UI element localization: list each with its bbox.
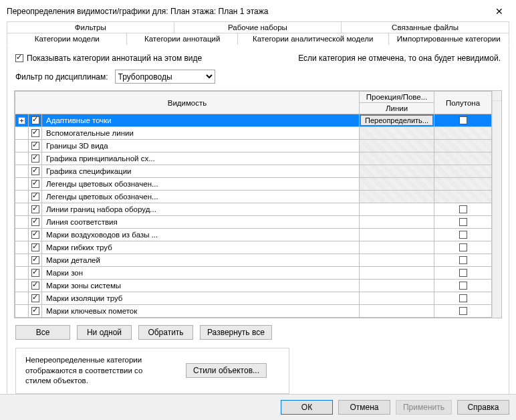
col-visibility[interactable]: Видимость	[15, 92, 360, 114]
select-all-button[interactable]: Все	[15, 325, 70, 340]
projection-cell[interactable]	[360, 305, 434, 318]
tab-analytical-categories[interactable]: Категории аналитической модели	[238, 33, 389, 45]
help-button[interactable]: Справка	[457, 400, 509, 415]
projection-cell[interactable]	[360, 241, 434, 254]
table-row[interactable]: Марки ключевых пометок	[15, 305, 492, 318]
visibility-checkbox[interactable]	[31, 154, 39, 163]
discipline-filter-select[interactable]: Трубопроводы	[115, 70, 215, 84]
vertical-scrollbar[interactable]	[492, 91, 501, 318]
halftone-cell[interactable]	[434, 229, 492, 241]
visibility-checkbox[interactable]	[31, 307, 39, 315]
expand-all-button[interactable]: Развернуть все	[200, 325, 272, 340]
halftone-checkbox[interactable]	[459, 282, 467, 290]
halftone-checkbox[interactable]	[459, 256, 467, 264]
table-row[interactable]: Графика спецификации	[15, 165, 492, 178]
projection-cell[interactable]	[360, 280, 434, 292]
halftone-checkbox[interactable]	[459, 218, 467, 226]
tab-imported-categories[interactable]: Импортированные категории	[389, 33, 509, 45]
table-row[interactable]: Графика принципиальной сх...	[15, 152, 492, 165]
show-categories-checkbox[interactable]: Показывать категории аннотаций на этом в…	[15, 54, 202, 63]
halftone-cell[interactable]	[434, 178, 492, 191]
table-row[interactable]: Марки деталей	[15, 254, 492, 267]
invert-button[interactable]: Обратить	[138, 325, 193, 340]
visibility-checkbox[interactable]	[31, 193, 39, 201]
table-row[interactable]: Вспомогательные линии	[15, 127, 492, 140]
halftone-cell[interactable]	[434, 152, 492, 165]
table-row[interactable]: Границы 3D вида	[15, 140, 492, 152]
col-projection[interactable]: Проекция/Пове...	[360, 92, 434, 103]
halftone-checkbox[interactable]	[459, 294, 467, 302]
projection-cell[interactable]	[360, 216, 434, 229]
projection-cell[interactable]: Переопределить...	[360, 114, 434, 127]
halftone-checkbox[interactable]	[459, 116, 467, 124]
halftone-cell[interactable]	[434, 267, 492, 280]
halftone-cell[interactable]	[434, 292, 492, 305]
table-row[interactable]: Марки зон	[15, 267, 492, 280]
visibility-checkbox[interactable]	[31, 231, 39, 239]
projection-cell[interactable]	[360, 191, 434, 203]
visibility-checkbox[interactable]	[31, 218, 39, 226]
override-button[interactable]: Переопределить...	[360, 115, 433, 126]
visibility-checkbox[interactable]	[31, 282, 39, 290]
col-halftone[interactable]: Полутона	[434, 92, 492, 114]
halftone-checkbox[interactable]	[459, 205, 467, 213]
halftone-cell[interactable]	[434, 165, 492, 178]
projection-cell[interactable]	[360, 165, 434, 178]
projection-cell[interactable]	[360, 178, 434, 191]
projection-cell[interactable]	[360, 292, 434, 305]
tab-worksets[interactable]: Рабочие наборы	[174, 21, 342, 33]
table-row[interactable]: Марки гибких труб	[15, 241, 492, 254]
halftone-checkbox[interactable]	[459, 243, 467, 251]
categories-grid[interactable]: Видимость Проекция/Пове... Полутона Лини…	[14, 90, 502, 318]
projection-cell[interactable]	[360, 254, 434, 267]
visibility-checkbox[interactable]	[31, 243, 39, 251]
projection-cell[interactable]	[360, 229, 434, 241]
halftone-cell[interactable]	[434, 127, 492, 140]
halftone-cell[interactable]	[434, 305, 492, 318]
tab-annotation-categories[interactable]: Категории аннотаций	[127, 33, 237, 45]
ok-button[interactable]: ОК	[281, 400, 333, 415]
halftone-cell[interactable]	[434, 140, 492, 152]
table-row[interactable]: Легенды цветовых обозначен...	[15, 178, 492, 191]
halftone-cell[interactable]	[434, 241, 492, 254]
projection-cell[interactable]	[360, 203, 434, 216]
projection-cell[interactable]	[360, 152, 434, 165]
expand-icon[interactable]	[18, 117, 25, 124]
tab-linked-files[interactable]: Связанные файлы	[342, 21, 509, 33]
halftone-cell[interactable]	[434, 203, 492, 216]
table-row[interactable]: Адаптивные точкиПереопределить...	[15, 114, 492, 127]
projection-cell[interactable]	[360, 267, 434, 280]
visibility-checkbox[interactable]	[31, 142, 39, 150]
visibility-checkbox[interactable]	[31, 180, 39, 188]
halftone-checkbox[interactable]	[459, 269, 467, 277]
visibility-checkbox[interactable]	[31, 167, 39, 175]
visibility-checkbox[interactable]	[31, 269, 39, 277]
table-row[interactable]: Марки воздуховодов из базы ...	[15, 229, 492, 241]
cancel-button[interactable]: Отмена	[338, 400, 390, 415]
halftone-cell[interactable]	[434, 216, 492, 229]
halftone-cell[interactable]	[434, 191, 492, 203]
table-row[interactable]: Марки зоны системы	[15, 280, 492, 292]
visibility-checkbox[interactable]	[31, 294, 39, 302]
object-styles-button[interactable]: Стили объектов...	[186, 363, 267, 378]
tab-model-categories[interactable]: Категории модели	[7, 33, 127, 45]
col-lines[interactable]: Линии	[360, 103, 434, 114]
close-icon[interactable]: ✕	[489, 3, 509, 19]
table-row[interactable]: Линия соответствия	[15, 216, 492, 229]
halftone-cell[interactable]	[434, 254, 492, 267]
tab-filters[interactable]: Фильтры	[7, 21, 174, 33]
select-none-button[interactable]: Ни одной	[77, 325, 132, 340]
halftone-cell[interactable]	[434, 280, 492, 292]
table-row[interactable]: Линии границ набора оборуд...	[15, 203, 492, 216]
halftone-checkbox[interactable]	[459, 231, 467, 239]
halftone-cell[interactable]	[434, 114, 492, 127]
visibility-checkbox[interactable]	[31, 205, 39, 213]
visibility-checkbox[interactable]	[31, 129, 39, 137]
projection-cell[interactable]	[360, 140, 434, 152]
halftone-checkbox[interactable]	[459, 307, 467, 315]
projection-cell[interactable]	[360, 127, 434, 140]
visibility-checkbox[interactable]	[31, 256, 39, 264]
visibility-checkbox[interactable]	[31, 116, 39, 124]
table-row[interactable]: Марки изоляции труб	[15, 292, 492, 305]
table-row[interactable]: Легенды цветовых обозначен...	[15, 191, 492, 203]
